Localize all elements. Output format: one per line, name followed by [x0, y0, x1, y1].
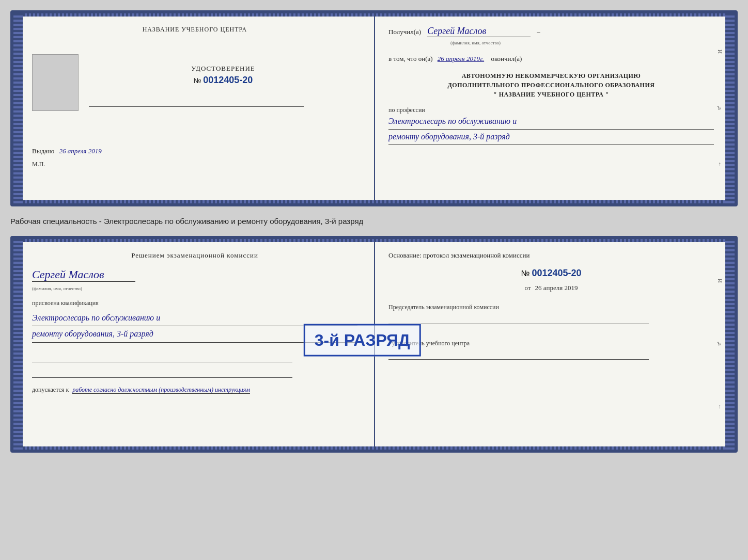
side-char-4: И	[717, 279, 723, 283]
cert2-assigned-label: присвоена квалификация	[32, 299, 357, 307]
certificate-card-2: Решением экзаменационной комиссии Сергей…	[10, 236, 738, 453]
stamp-overlay: 3-й РАЗРЯД	[304, 324, 421, 356]
cert1-school-name: НАЗВАНИЕ УЧЕБНОГО ЦЕНТРА	[32, 26, 357, 34]
cert1-left-panel: НАЗВАНИЕ УЧЕБНОГО ЦЕНТРА УДОСТОВЕРЕНИЕ №…	[13, 13, 372, 203]
cert1-org-line2: ДОПОЛНИТЕЛЬНОГО ПРОФЕССИОНАЛЬНОГО ОБРАЗО…	[388, 81, 714, 90]
cert1-issued-label: Выдано	[32, 147, 54, 155]
cert1-name-sublabel: (фамилия, имя, отчество)	[450, 40, 501, 45]
cert2-director-label: Руководитель учебного центра	[388, 340, 714, 347]
cert2-chairman-label: Председатель экзаменационной комиссии	[388, 302, 714, 312]
cert1-org-name: НАЗВАНИЕ УЧЕБНОГО ЦЕНТРА	[499, 91, 604, 98]
cert2-date-block: от 26 апреля 2019	[388, 283, 714, 292]
cert1-org-line1: АВТОНОМНУЮ НЕКОММЕРЧЕСКУЮ ОРГАНИЗАЦИЮ	[388, 71, 714, 81]
cert1-recipient-block: Получил(а) Сергей Маслов – (фамилия, имя…	[388, 26, 714, 46]
cert1-recipient-name: Сергей Маслов	[427, 26, 531, 37]
photo-placeholder	[32, 54, 79, 111]
cert1-org-block: АВТОНОМНУЮ НЕКОММЕРЧЕСКУЮ ОРГАНИЗАЦИЮ ДО…	[388, 71, 714, 99]
cert1-in-that-block: в том, что он(а) 26 апреля 2019г. окончи…	[388, 55, 714, 63]
cert1-finished-label: окончил(а)	[491, 55, 522, 62]
cert1-issued-date: 26 апреля 2019	[59, 147, 102, 155]
side-char-5: ,а	[717, 342, 723, 346]
right-side-decoration-2: И ,а ←	[717, 249, 723, 439]
cert1-profession-line2: ремонту оборудования, 3-й разряд	[388, 130, 714, 145]
cert2-person-name: Сергей Маслов	[32, 268, 135, 282]
cert1-received-prefix: Получил(а)	[388, 28, 421, 36]
cert2-right-panel: Основание: протокол экзаменационной коми…	[372, 239, 735, 450]
cert2-director-sig	[388, 347, 649, 360]
cert1-dash: –	[537, 28, 540, 36]
cert1-issued-line: Выдано 26 апреля 2019	[32, 147, 357, 155]
cert1-org-quote-left: "	[493, 91, 497, 98]
cert1-profession-line1: Электрослесарь по обслуживанию и	[388, 114, 714, 130]
cert2-person-block: Сергей Маслов (фамилия, имя, отчество)	[32, 268, 357, 292]
side-char-1: И	[717, 50, 723, 54]
cert1-right-panel: Получил(а) Сергей Маслов – (фамилия, имя…	[372, 13, 735, 203]
right-side-decoration: И ,а ←	[717, 24, 723, 193]
cert2-number-value: 0012405-20	[532, 268, 582, 278]
side-char-2: ,а	[717, 106, 723, 110]
cert2-chairman-sig	[388, 312, 649, 324]
cert2-allowed-prefix: допускается к	[32, 386, 69, 393]
cert2-chairman-block: Председатель экзаменационной комиссии	[388, 302, 714, 324]
cert2-number-block: № 0012405-20	[388, 268, 714, 279]
cert2-date-prefix: от	[525, 284, 531, 292]
certificate-card-1: НАЗВАНИЕ УЧЕБНОГО ЦЕНТРА УДОСТОВЕРЕНИЕ №…	[10, 10, 738, 206]
cert2-number-prefix: №	[521, 269, 529, 278]
description-text: Рабочая специальность - Электрослесарь п…	[10, 215, 738, 228]
cert2-allowed-block: допускается к работе согласно должностны…	[32, 386, 357, 394]
cert2-date: 26 апреля 2019	[535, 284, 578, 292]
cert1-mp: М.П.	[32, 161, 357, 168]
cert2-basis-title: Основание: протокол экзаменационной коми…	[388, 251, 714, 260]
cert1-number-section: УДОСТОВЕРЕНИЕ № 0012405-20	[89, 65, 357, 86]
cert2-director-block: Руководитель учебного центра	[388, 340, 714, 360]
side-char-3: ←	[717, 162, 723, 167]
cert1-in-that-prefix: в том, что он(а)	[388, 55, 433, 62]
cert1-doc-type: УДОСТОВЕРЕНИЕ	[89, 65, 357, 73]
cert1-number-prefix: №	[194, 76, 201, 85]
cert1-number-value: 0012405-20	[203, 75, 253, 85]
cert1-finish-date: 26 апреля 2019г.	[438, 55, 484, 62]
stamp-text: 3-й РАЗРЯД	[315, 330, 410, 349]
cert2-allowed-italic: работе согласно должностным (производств…	[72, 386, 250, 394]
side-char-6: ←	[717, 404, 723, 410]
cert1-org-quote-right: "	[605, 91, 609, 98]
cert2-name-sublabel: (фамилия, имя, отчество)	[32, 286, 82, 291]
cert2-decision-title: Решением экзаменационной комиссии	[32, 251, 357, 260]
cert1-profession-label: по профессии	[388, 106, 714, 114]
